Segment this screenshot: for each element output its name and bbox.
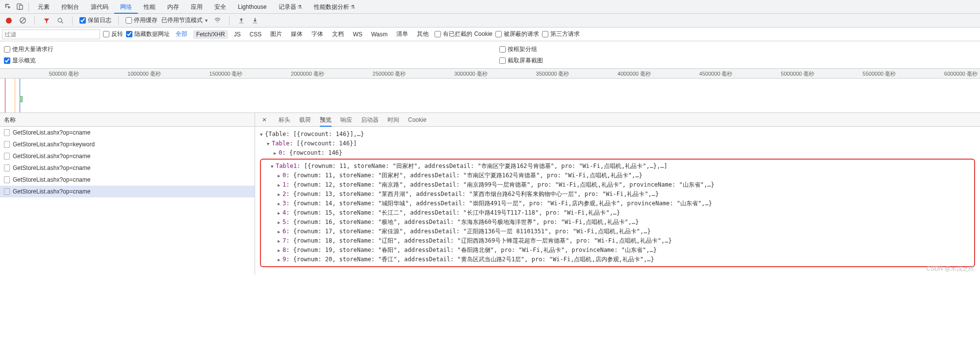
expand-icon[interactable] (271, 162, 276, 171)
network-toolbar: 保留日志 停用缓存 已停用节流模式 ▼ (0, 14, 980, 28)
json-value: {rownum: 20, storeName: "香江", addressDet… (293, 256, 654, 263)
column-header-name[interactable]: 名称 (0, 113, 255, 127)
filter-wasm[interactable]: Wasm (368, 30, 391, 39)
json-value: {rownum: 18, storeName: "辽阳", addressDet… (293, 237, 672, 244)
filter-manifest[interactable]: 清单 (393, 29, 411, 39)
dtab-headers[interactable]: 标头 (279, 113, 290, 127)
dtab-response[interactable]: 响应 (340, 113, 352, 127)
expand-icon[interactable] (260, 130, 265, 139)
preview-body[interactable]: {Table: [{rowcount: 146}],…} Table: [{ro… (255, 127, 980, 275)
experimental-icon: ⚗ (350, 4, 355, 10)
expand-icon[interactable] (278, 255, 283, 264)
expand-icon[interactable] (278, 208, 283, 218)
expand-icon[interactable] (278, 227, 283, 236)
file-icon (4, 129, 10, 136)
filter-ws[interactable]: WS (350, 30, 365, 39)
file-icon (4, 141, 10, 148)
dtab-payload[interactable]: 载荷 (299, 113, 311, 127)
request-row[interactable]: GetStoreList.ashx?op=cname (0, 186, 255, 197)
filter-font[interactable]: 字体 (309, 29, 326, 39)
filter-input[interactable] (2, 29, 100, 39)
tab-application[interactable]: 应用 (185, 0, 208, 14)
tab-console[interactable]: 控制台 (55, 0, 85, 14)
tab-performance[interactable]: 性能 (138, 0, 161, 14)
wifi-icon[interactable] (212, 16, 222, 26)
expand-icon[interactable] (267, 139, 272, 148)
tab-recorder[interactable]: 记录器⚗ (273, 0, 308, 14)
dtab-cookies[interactable]: Cookie (408, 113, 426, 127)
search-icon[interactable] (55, 16, 65, 26)
dtab-timing[interactable]: 时间 (387, 113, 399, 127)
filter-all[interactable]: 全部 (173, 29, 190, 39)
upload-icon[interactable] (236, 16, 246, 26)
large-rows-checkbox[interactable]: 使用大量请求行 (4, 45, 495, 54)
request-name: GetStoreList.ashx?op=cname (13, 127, 90, 138)
expand-icon[interactable] (278, 171, 283, 180)
timeline-tick: 500000 毫秒 (0, 69, 82, 78)
blocked-cookies-checkbox[interactable]: 有已拦截的 Cookie (435, 30, 492, 38)
expand-icon[interactable] (278, 236, 283, 246)
tab-security[interactable]: 安全 (208, 0, 232, 14)
tab-network[interactable]: 网络 (114, 0, 138, 14)
dtab-initiator[interactable]: 启动器 (361, 113, 379, 127)
expand-icon[interactable] (274, 148, 279, 158)
inspect-icon[interactable] (2, 1, 14, 13)
highlight-box: Table1: [{rownum: 11, storeName: "田家村", … (260, 159, 975, 267)
timeline-overview[interactable]: 500000 毫秒1000000 毫秒1500000 毫秒2000000 毫秒2… (0, 69, 980, 113)
preserve-log-checkbox[interactable]: 保留日志 (79, 16, 111, 25)
filter-css[interactable]: CSS (247, 30, 265, 39)
file-icon (4, 165, 10, 171)
expand-icon[interactable] (278, 218, 283, 227)
filter-icon[interactable] (42, 16, 52, 26)
third-party-checkbox[interactable]: 第三方请求 (542, 30, 580, 38)
expand-icon[interactable] (278, 246, 283, 255)
device-icon[interactable] (14, 1, 26, 13)
filter-img[interactable]: 图片 (267, 29, 285, 39)
expand-icon[interactable] (278, 190, 283, 199)
file-icon (4, 153, 10, 160)
filter-doc[interactable]: 文档 (329, 29, 347, 39)
svg-line-5 (61, 22, 63, 23)
show-overview-checkbox[interactable]: 显示概览 (4, 56, 495, 65)
svg-rect-1 (19, 5, 23, 9)
file-icon (4, 188, 10, 195)
network-split: 名称 GetStoreList.ashx?op=cnameGetStoreLis… (0, 113, 980, 275)
expand-icon[interactable] (278, 199, 283, 208)
request-row[interactable]: GetStoreList.ashx?op=cname (0, 150, 255, 162)
clear-icon[interactable] (18, 16, 27, 26)
request-row[interactable]: GetStoreList.ashx?op=cname (0, 174, 255, 186)
timeline-ruler: 500000 毫秒1000000 毫秒1500000 毫秒2000000 毫秒2… (0, 69, 980, 79)
tab-perfinsights[interactable]: 性能数据分析⚗ (308, 0, 361, 14)
hide-data-urls-checkbox[interactable]: 隐藏数据网址 (126, 30, 170, 38)
request-row[interactable]: GetStoreList.ashx?op=cname (0, 127, 255, 138)
timeline-tick: 1000000 毫秒 (82, 69, 164, 78)
request-row[interactable]: GetStoreList.ashx?op=keyword (0, 138, 255, 150)
timeline-tick: 3500000 毫秒 (490, 69, 572, 78)
tab-lighthouse[interactable]: Lighthouse (232, 0, 273, 14)
dtab-preview[interactable]: 预览 (320, 113, 332, 127)
download-icon[interactable] (250, 16, 260, 26)
tab-elements[interactable]: 元素 (32, 0, 55, 14)
timeline-tick: 2500000 毫秒 (327, 69, 409, 78)
request-list-panel: 名称 GetStoreList.ashx?op=cnameGetStoreLis… (0, 113, 255, 275)
screenshot-checkbox[interactable]: 截取屏幕截图 (499, 56, 543, 65)
filter-fetch[interactable]: Fetch/XHR (193, 30, 228, 39)
filter-other[interactable]: 其他 (414, 29, 432, 39)
record-icon[interactable] (4, 16, 14, 26)
close-icon[interactable]: ✕ (259, 116, 270, 123)
json-value: {rownum: 19, storeName: "春阳", addressDet… (293, 247, 657, 253)
tab-sources[interactable]: 源代码 (85, 0, 114, 14)
expand-icon[interactable] (278, 180, 283, 190)
tab-memory[interactable]: 内存 (161, 0, 185, 14)
group-frame-checkbox[interactable]: 按框架分组 (499, 45, 543, 54)
throttling-select[interactable]: 已停用节流模式 ▼ (161, 16, 208, 25)
request-row[interactable]: GetStoreList.ashx?op=cname (0, 162, 255, 174)
timeline-marker (20, 79, 20, 113)
json-key: Table1 (276, 163, 297, 169)
invert-checkbox[interactable]: 反转 (103, 30, 123, 38)
timeline-tick: 2000000 毫秒 (245, 69, 327, 78)
blocked-requests-checkbox[interactable]: 被屏蔽的请求 (495, 30, 539, 38)
disable-cache-checkbox[interactable]: 停用缓存 (126, 16, 157, 25)
filter-media[interactable]: 媒体 (288, 29, 306, 39)
filter-js[interactable]: JS (231, 30, 244, 39)
